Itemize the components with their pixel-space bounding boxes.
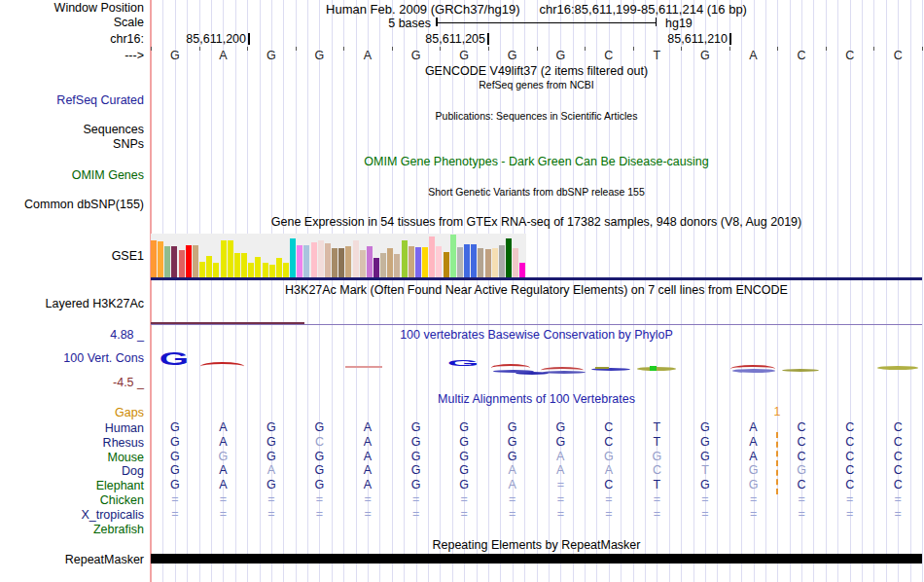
base-boundary-tick xyxy=(922,47,923,51)
track-label-snps[interactable]: SNPs xyxy=(0,137,144,151)
alignment-base: = xyxy=(750,493,757,506)
scale-bar xyxy=(436,22,657,24)
gap-insertion-line xyxy=(776,432,778,494)
alignment-base: T xyxy=(654,436,661,449)
position-label: 85,611,200 xyxy=(186,32,246,46)
gtex-tissue-bar xyxy=(429,236,435,277)
alignment-base: G xyxy=(267,421,276,434)
base-boundary-tick xyxy=(537,47,538,51)
gtex-tissue-bar xyxy=(221,240,227,277)
alignment-base: C xyxy=(798,451,806,463)
position-label: 85,611,210 xyxy=(667,32,728,46)
gtex-tissue-bar xyxy=(402,240,408,277)
track-title-refseq-genes-from-ncbi[interactable]: RefSeq genes from NCBI xyxy=(151,78,922,91)
gtex-tissue-bar xyxy=(263,263,268,277)
track-label-4-5: -4.5 _ xyxy=(0,376,144,389)
track-label-repeatmasker[interactable]: RepeatMasker xyxy=(0,553,144,566)
alignment-base: C xyxy=(798,421,806,434)
track-title-100-vertebrates-basewise-conse[interactable]: 100 vertebrates Basewise Conservation by… xyxy=(151,328,922,342)
alignment-base: G xyxy=(508,421,517,434)
alignment-base: G xyxy=(459,451,469,463)
track-title-h3k27ac-mark-often-found-near-[interactable]: H3K27Ac Mark (Often Found Near Active Re… xyxy=(151,283,922,297)
track-label-mouse[interactable]: Mouse xyxy=(0,451,144,464)
gtex-tissue-bar xyxy=(499,245,505,277)
track-title-multiz-alignments-of-100-verte[interactable]: Multiz Alignments of 100 Vertebrates xyxy=(151,392,922,406)
sequence-base-A: A xyxy=(219,50,227,62)
conservation-mark xyxy=(650,366,657,371)
track-label-zebrafish[interactable]: Zebrafish xyxy=(0,523,144,536)
alignment-base: G xyxy=(315,464,325,477)
track-label-x-tropicalis[interactable]: X_tropicalis xyxy=(0,508,144,522)
repeatmasker-element-bar[interactable] xyxy=(151,554,922,564)
assembly-short-label: hg19 xyxy=(665,17,693,30)
track-title-publications-sequences-in-scie[interactable]: Publications: Sequences in Scientific Ar… xyxy=(151,109,922,123)
gtex-tissue-bar xyxy=(269,265,275,277)
track-label-common-dbsnp-155[interactable]: Common dbSNP(155) xyxy=(0,198,144,211)
gtex-tissue-bar xyxy=(276,258,282,277)
gtex-tissue-bar xyxy=(471,244,477,277)
alignment-base: A xyxy=(509,479,516,491)
alignment-base: = xyxy=(171,508,178,521)
alignment-base: G xyxy=(267,451,276,463)
alignment-base: = xyxy=(364,493,371,506)
alignment-base: = xyxy=(701,508,708,521)
track-label-gaps[interactable]: Gaps xyxy=(0,406,144,419)
conservation-mark xyxy=(732,369,775,373)
base-boundary-tick xyxy=(392,47,393,51)
track-label-gse1[interactable]: GSE1 xyxy=(0,249,144,263)
alignment-base: C xyxy=(604,479,613,491)
gtex-tissue-bar xyxy=(464,244,470,277)
alignment-base: G xyxy=(315,451,325,463)
track-label-chicken[interactable]: Chicken xyxy=(0,493,144,507)
alignment-base: G xyxy=(653,451,662,463)
gtex-tissue-bar xyxy=(186,245,192,277)
alignment-base: = xyxy=(605,493,612,506)
track-title-gencode-v49lift37-2-items-filt[interactable]: GENCODE V49lift37 (2 items filtered out) xyxy=(151,64,922,78)
sequence-base-C: C xyxy=(894,50,903,62)
track-label-omim-genes[interactable]: OMIM Genes xyxy=(0,168,144,182)
alignment-base: C xyxy=(894,479,903,491)
sequence-base-G: G xyxy=(411,50,421,62)
base-boundary-tick xyxy=(585,47,586,51)
gtex-tissue-bar xyxy=(506,238,512,277)
alignment-base: = xyxy=(798,493,804,506)
alignment-base: = xyxy=(846,493,853,506)
gtex-tissue-bar xyxy=(492,248,498,277)
track-label-human[interactable]: Human xyxy=(0,421,144,435)
alignment-base: A xyxy=(509,464,516,477)
gtex-tissue-bar xyxy=(513,248,518,277)
gtex-tissue-bar xyxy=(164,246,170,277)
track-title-short-genetic-variants-from-db[interactable]: Short Genetic Variants from dbSNP releas… xyxy=(151,185,922,199)
genome-browser-image[interactable]: Window PositionScalechr16:--->RefSeq Cur… xyxy=(0,0,924,582)
conservation-letter-G: G xyxy=(447,358,480,368)
alignment-base: G xyxy=(170,479,180,491)
gtex-tissue-bar xyxy=(436,246,442,277)
track-label-100-vert-cons[interactable]: 100 Vert. Cons xyxy=(0,351,144,365)
track-label-refseq-curated[interactable]: RefSeq Curated xyxy=(0,93,144,107)
alignment-base: G xyxy=(315,479,325,491)
gtex-tissue-bar xyxy=(199,262,205,277)
track-label-layered-h3k27ac[interactable]: Layered H3K27Ac xyxy=(0,297,144,310)
track-label-elephant[interactable]: Elephant xyxy=(0,479,144,492)
track-label-dog[interactable]: Dog xyxy=(0,464,144,478)
h3k27ac-peak-segment xyxy=(151,322,304,324)
alignment-base: = xyxy=(412,493,419,506)
alignment-base: C xyxy=(845,479,854,491)
sequence-base-G: G xyxy=(315,50,325,62)
track-title-omim-gene-phenotypes-dark-gree[interactable]: OMIM Gene Phenotypes - Dark Green Can Be… xyxy=(151,155,922,168)
gtex-tissue-bar xyxy=(519,263,525,277)
track-label-sequences[interactable]: Sequences xyxy=(0,123,144,136)
assembly-title: Human Feb. 2009 (GRCh37/hg19) xyxy=(326,2,519,17)
alignment-base: C xyxy=(845,451,854,463)
gtex-tissue-bar xyxy=(179,250,185,277)
alignment-base: = xyxy=(316,493,323,506)
alignment-base: G xyxy=(459,421,469,434)
alignment-base: G xyxy=(411,464,421,477)
track-label-rhesus[interactable]: Rhesus xyxy=(0,436,144,450)
track-title-repeating-elements-by-repeatma[interactable]: Repeating Elements by RepeatMasker xyxy=(151,538,922,552)
conservation-mark xyxy=(595,367,609,369)
alignment-base: A xyxy=(364,436,372,449)
gtex-tissue-bar xyxy=(485,249,491,277)
track-title-gene-expression-in-54-tissues-[interactable]: Gene Expression in 54 tissues from GTEx … xyxy=(151,215,922,229)
alignment-base: G xyxy=(700,451,710,463)
